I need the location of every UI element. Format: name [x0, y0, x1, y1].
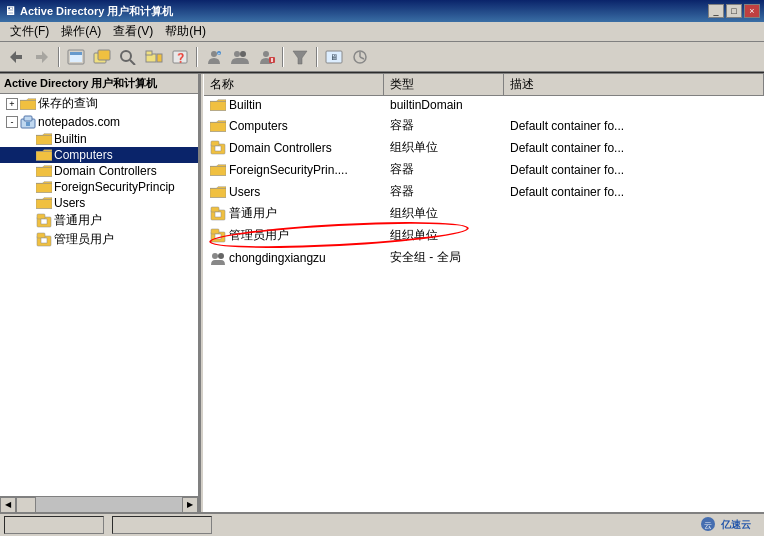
right-panel: 名称 类型 描述 Builtin builtinDomain Computers…	[204, 74, 764, 512]
row-type-computers: 容器	[384, 116, 504, 135]
back-button[interactable]	[4, 46, 28, 68]
maximize-button[interactable]: □	[726, 4, 742, 18]
tree-horizontal-scrollbar[interactable]: ◀ ▶	[0, 496, 198, 512]
list-row-chongding[interactable]: chongdingxiangzu 安全组 - 全局	[204, 247, 764, 269]
svg-rect-33	[36, 151, 52, 160]
row-desc-computers: Default container fo...	[504, 118, 764, 134]
toolbar-user-1[interactable]: +	[202, 46, 226, 68]
menu-action[interactable]: 操作(A)	[55, 21, 107, 42]
toolbar-btn-4[interactable]	[142, 46, 166, 68]
tree-item-builtin[interactable]: Builtin	[0, 131, 198, 147]
tree-scroll-area[interactable]: + 保存的查询- notepados.com Builtin Computers…	[0, 94, 198, 496]
col-header-desc[interactable]: 描述	[504, 74, 764, 95]
title-bar: 🖥 Active Directory 用户和计算机 _ □ ×	[0, 0, 764, 22]
toolbar-extra-2[interactable]	[348, 46, 372, 68]
tree-item-label: Domain Controllers	[54, 164, 157, 178]
tree-item-label: Computers	[54, 148, 113, 162]
list-row-foreign-security[interactable]: ForeignSecurityPrin.... 容器 Default conta…	[204, 159, 764, 181]
row-name-computers: Computers	[229, 119, 288, 133]
tree-item-label: Builtin	[54, 132, 87, 146]
svg-rect-54	[211, 229, 219, 234]
list-row-general-users[interactable]: 普通用户 组织单位	[204, 203, 764, 225]
list-row-users[interactable]: Users 容器 Default container fo...	[204, 181, 764, 203]
tree-expand-saved-queries[interactable]: +	[6, 98, 18, 110]
svg-text:🖥: 🖥	[330, 53, 338, 62]
svg-point-17	[234, 51, 240, 57]
list-row-builtin[interactable]: Builtin builtinDomain	[204, 96, 764, 115]
toolbar-btn-3[interactable]	[116, 46, 140, 68]
svg-rect-49	[210, 188, 226, 197]
toolbar-btn-5[interactable]: ❓	[168, 46, 192, 68]
row-type-builtin: builtinDomain	[384, 97, 504, 113]
toolbar-user-2[interactable]	[228, 46, 252, 68]
svg-point-56	[212, 253, 218, 259]
svg-rect-36	[36, 199, 52, 208]
scroll-right-button[interactable]: ▶	[182, 497, 198, 513]
row-type-foreign-security: 容器	[384, 160, 504, 179]
tree-item-domain-controllers[interactable]: Domain Controllers	[0, 163, 198, 179]
folder-icon	[36, 180, 52, 194]
row-desc-domain-controllers: Default container fo...	[504, 140, 764, 156]
tree-item-notepados-com[interactable]: - notepados.com	[0, 113, 198, 131]
tree-item-foreign-security[interactable]: ForeignSecurityPrincip	[0, 179, 198, 195]
forward-button[interactable]	[30, 46, 54, 68]
toolbar-user-3[interactable]	[254, 46, 278, 68]
status-panel-2	[112, 516, 212, 534]
svg-rect-30	[24, 116, 32, 121]
menu-bar: 文件(F) 操作(A) 查看(V) 帮助(H)	[0, 22, 764, 42]
svg-rect-42	[41, 238, 47, 243]
row-type-chongding: 安全组 - 全局	[384, 248, 504, 267]
tree-item-label: ForeignSecurityPrincip	[54, 180, 175, 194]
col-header-type[interactable]: 类型	[384, 74, 504, 95]
svg-rect-39	[41, 219, 47, 224]
svg-rect-31	[26, 122, 30, 126]
svg-point-18	[240, 51, 246, 57]
svg-rect-11	[157, 54, 162, 62]
tree-item-saved-queries[interactable]: + 保存的查询	[0, 94, 198, 113]
close-button[interactable]: ×	[744, 4, 760, 18]
toolbar-extra-1[interactable]: 🖥	[322, 46, 346, 68]
menu-view[interactable]: 查看(V)	[107, 21, 159, 42]
list-body: Builtin builtinDomain Computers 容器 Defau…	[204, 96, 764, 512]
menu-file[interactable]: 文件(F)	[4, 21, 55, 42]
minimize-button[interactable]: _	[708, 4, 724, 18]
svg-rect-52	[215, 212, 221, 217]
svg-rect-10	[146, 51, 152, 55]
tree-header: Active Directory 用户和计算机	[0, 74, 198, 94]
svg-line-8	[130, 60, 135, 65]
list-row-admin-users[interactable]: 管理员用户 组织单位	[204, 225, 764, 247]
scroll-thumb[interactable]	[16, 497, 36, 513]
toolbar-btn-2[interactable]	[90, 46, 114, 68]
tree-expand-notepados-com[interactable]: -	[6, 116, 18, 128]
col-header-name[interactable]: 名称	[204, 74, 384, 95]
svg-rect-46	[211, 141, 219, 146]
row-type-general-users: 组织单位	[384, 204, 504, 223]
scroll-left-button[interactable]: ◀	[0, 497, 16, 513]
title-icon: 🖥	[4, 4, 16, 18]
tree-item-general-users[interactable]: 普通用户	[0, 211, 198, 230]
row-desc-general-users	[504, 213, 764, 215]
row-icon-domain-controllers	[210, 140, 226, 156]
folder-icon	[20, 97, 36, 111]
toolbar-btn-1[interactable]	[64, 46, 88, 68]
row-name-chongding: chongdingxiangzu	[229, 251, 326, 265]
list-row-computers[interactable]: Computers 容器 Default container fo...	[204, 115, 764, 137]
status-panel-1	[4, 516, 104, 534]
folder-icon	[36, 132, 52, 146]
svg-rect-35	[36, 183, 52, 192]
svg-point-57	[218, 253, 224, 259]
row-icon-admin-users	[210, 228, 226, 244]
menu-help[interactable]: 帮助(H)	[159, 21, 212, 42]
tree-item-users[interactable]: Users	[0, 195, 198, 211]
list-row-domain-controllers[interactable]: Domain Controllers 组织单位 Default containe…	[204, 137, 764, 159]
toolbar-filter[interactable]	[288, 46, 312, 68]
toolbar: ❓ +	[0, 42, 764, 72]
scroll-track[interactable]	[16, 497, 182, 513]
svg-rect-41	[37, 233, 45, 238]
tree-item-label: Users	[54, 196, 85, 210]
title-text: Active Directory 用户和计算机	[20, 4, 173, 19]
svg-point-14	[211, 51, 217, 57]
tree-item-computers[interactable]: Computers	[0, 147, 198, 163]
svg-rect-47	[215, 146, 221, 151]
tree-item-admin-users[interactable]: 管理员用户	[0, 230, 198, 249]
